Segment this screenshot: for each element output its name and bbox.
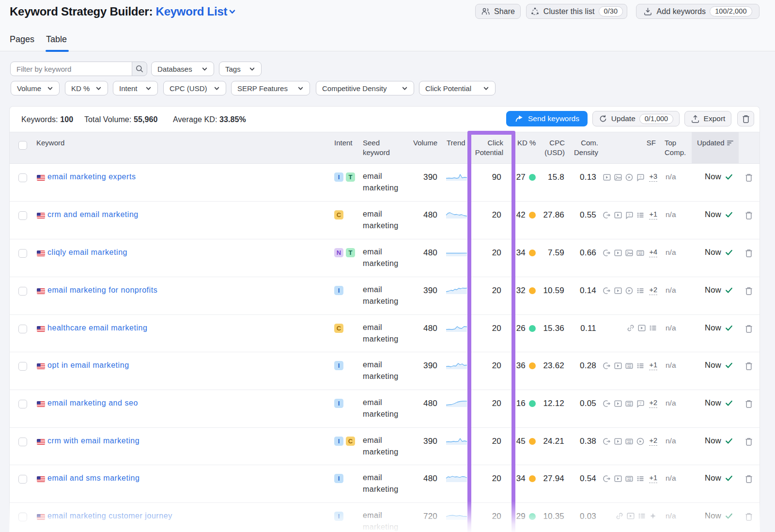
svg-text:?: ? <box>639 401 642 405</box>
svg-text:AD: AD <box>627 403 631 406</box>
svg-text:?: ? <box>639 174 642 179</box>
svg-text:AD: AD <box>627 478 631 481</box>
svg-text:AD: AD <box>627 440 631 443</box>
svg-text:AD: AD <box>638 252 642 255</box>
svg-text:AD: AD <box>627 365 631 368</box>
svg-text:?: ? <box>628 212 631 217</box>
